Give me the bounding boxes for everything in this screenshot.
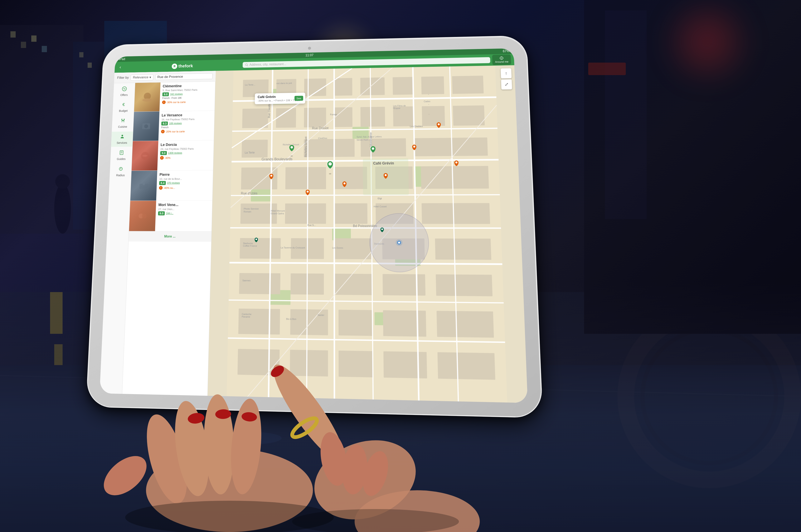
restaurant-address: 5, Rue Saint-Marc 75002 Paris <box>163 88 213 92</box>
restaurant-info-clementine: Clémentine 5, Rue Saint-Marc 75002 Paris… <box>159 81 215 111</box>
svg-point-25 <box>246 64 248 65</box>
svg-rect-21 <box>54 344 62 365</box>
book-icon <box>119 150 124 155</box>
back-button[interactable]: ‹ <box>117 64 123 71</box>
svg-rect-3 <box>11 31 16 38</box>
search-bar[interactable]: Address, city, restaurant... <box>243 57 490 68</box>
expand-button[interactable]: ⤢ <box>501 79 512 90</box>
svg-text:Hôtel Mercure: Hôtel Mercure <box>271 210 285 212</box>
discount-text: -40% su... <box>163 186 175 189</box>
restaurant-address: 10, rue de la Bour... <box>159 177 210 180</box>
svg-rect-7 <box>79 52 83 57</box>
restaurant-image-pierre <box>130 171 157 201</box>
popup-see-button[interactable]: See <box>294 96 303 100</box>
svg-rect-70 <box>393 77 413 95</box>
sidebar-item-budget[interactable]: € Budget <box>113 100 135 115</box>
svg-rect-104 <box>436 274 493 296</box>
svg-text:Rue Drouot: Rue Drouot <box>312 126 329 130</box>
reviews-count: 169 reviews <box>169 122 182 125</box>
restaurant-info-mori: Mori Vene... 27, rue Vien... 9.0 244 r..… <box>155 201 212 231</box>
restaurant-item[interactable]: Le Dorcia 24, rue Feydeau 75002 Paris 9.… <box>132 140 214 171</box>
svg-text:€: € <box>122 102 125 107</box>
relevance-dropdown[interactable]: Relevance ▾ <box>131 74 153 80</box>
fork-logo-icon <box>172 63 177 69</box>
svg-text:Les Films de: Les Films de <box>393 104 406 107</box>
reviews-count: 370 reviews <box>167 182 180 185</box>
restaurant-item[interactable]: Mori Vene... 27, rue Vien... 9.0 244 r..… <box>129 201 212 231</box>
svg-rect-92 <box>334 203 367 224</box>
more-results-button[interactable]: More ... <box>129 231 211 242</box>
svg-text:Bd Poissonnière: Bd Poissonnière <box>353 224 377 228</box>
tag-icon: % <box>121 87 127 91</box>
cuisine-tag: French · From 18€ <box>162 96 213 100</box>
restaurant-info-versance: Le Versance 16, rue Feydeau 75002 Paris … <box>158 111 214 141</box>
restaurant-name: Le Dorcia <box>160 142 211 147</box>
svg-rect-80 <box>453 106 485 126</box>
restaurant-item[interactable]: Le Versance 16, rue Feydeau 75002 Paris … <box>133 111 215 141</box>
discount-icon: © <box>162 100 166 104</box>
discount-icon: © <box>160 156 164 159</box>
svg-point-19 <box>55 174 70 189</box>
svg-text:l'Espoir: l'Espoir <box>393 107 400 109</box>
map-controls: ↑ ⤢ <box>501 68 512 90</box>
search-placeholder: Address, city, restaurant... <box>249 62 286 66</box>
svg-text:CinéDoc: CinéDoc <box>318 137 327 139</box>
fork-svg <box>173 65 176 68</box>
expand-icon: ⤢ <box>504 82 509 87</box>
address-input[interactable]: Rue de Provence <box>155 73 213 80</box>
svg-rect-99 <box>435 239 491 260</box>
restaurant-meta: 9.0 1309 reviews <box>160 151 211 155</box>
restaurant-item[interactable]: Clémentine 5, Rue Saint-Marc 75002 Paris… <box>134 81 215 112</box>
sidebar-item-radius[interactable]: Radius <box>110 164 132 179</box>
svg-rect-77 <box>360 107 385 127</box>
around-me-button[interactable]: Around me <box>492 54 511 65</box>
restaurant-info-dorcia: Le Dorcia 24, rue Feydeau 75002 Paris 9.… <box>157 140 214 170</box>
svg-point-180 <box>307 191 309 193</box>
cuisine-icon <box>120 118 126 124</box>
svg-rect-17 <box>588 62 626 75</box>
svg-text:Bio & Bon: Bio & Bon <box>286 318 297 320</box>
battery-indicator: 67% <box>503 50 510 53</box>
compass-button[interactable]: ↑ <box>501 68 512 78</box>
cuisine-tag: French <box>161 126 212 129</box>
reviews-count: 342 reviews <box>170 93 183 96</box>
svg-rect-73 <box>242 108 268 128</box>
svg-text:La Taverne du Croissant: La Taverne du Croissant <box>281 246 305 249</box>
svg-rect-108 <box>383 310 426 337</box>
sidebar-item-guides[interactable]: Guides <box>110 148 132 163</box>
sidebar-item-offers[interactable]: % Offers <box>113 84 135 99</box>
tablet-outer-shell: iPad 11:07 67% ‹ thefork <box>87 36 542 417</box>
carrier-label: iPad <box>119 57 125 61</box>
svg-text:✓: ✓ <box>329 163 331 165</box>
sidebar-item-services[interactable]: Services <box>111 131 133 147</box>
map-area[interactable]: Rue Richer Rue Drouot Grands Boulevards … <box>208 65 528 403</box>
svg-text:Cades: Cades <box>424 100 430 103</box>
svg-rect-75 <box>304 108 326 128</box>
svg-rect-111 <box>290 350 328 376</box>
svg-text:Les Diables: Les Diables <box>410 125 423 128</box>
svg-rect-72 <box>452 76 484 94</box>
sidebar-item-cuisine[interactable]: Cuisine <box>112 116 134 131</box>
svg-rect-86 <box>285 167 326 189</box>
svg-text:est dans le pré: est dans le pré <box>276 82 292 84</box>
cuisine-label: Cuisine <box>118 125 127 128</box>
restaurant-item[interactable]: Pierre 10, rue de la Bour... 8.4 370 rev… <box>130 170 213 201</box>
svg-point-11 <box>219 432 282 444</box>
discount-badge: © -30% sur la carte <box>162 100 212 104</box>
svg-rect-81 <box>242 139 268 157</box>
svg-text:Les Dunes: Les Dunes <box>332 247 343 249</box>
reviews-count: 1309 reviews <box>168 151 182 154</box>
svg-text:Rue S...: Rue S... <box>307 224 316 226</box>
restaurant-list: Clémentine 5, Rue Saint-Marc 75002 Paris… <box>122 81 215 396</box>
svg-text:La Terte: La Terte <box>245 151 255 154</box>
compass-icon: ↑ <box>505 71 507 76</box>
budget-icon: € <box>121 102 127 109</box>
svg-point-175 <box>344 182 346 185</box>
restaurant-address: 24, rue Feydeau 75002 Paris <box>160 147 211 150</box>
food-image-4 <box>138 179 150 192</box>
restaurant-address: 16, rue Feydeau 75002 Paris <box>161 117 212 121</box>
restaurant-name: Clémentine <box>163 83 213 89</box>
restaurant-meta: 8.4 370 reviews <box>159 181 210 185</box>
time-display: 11:07 <box>305 53 313 57</box>
discount-icon: © <box>159 186 163 190</box>
